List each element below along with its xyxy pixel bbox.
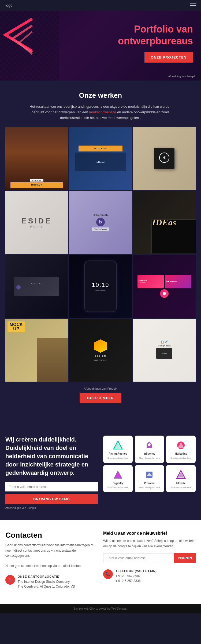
rising-icon [113,440,123,451]
grid-item-mockperson[interactable]: MOCK UP [5,319,68,382]
agency-card-elevate[interactable]: Elevate Short description here [166,465,196,492]
agency-card-influence[interactable]: Influence Short description here [135,436,164,463]
phone-info: TELEFOON (VASTE LIJN) + 912 3 567 8987 +… [116,569,157,583]
elevate-icon [176,469,186,480]
contact-office: 📍 ONZE KANTOORLOCATIE The Interior Desig… [5,575,75,589]
agency-card-marketing[interactable]: Marketing Short description here [166,436,196,463]
grid-item-eside[interactable]: ESIDE PARIS [5,191,68,254]
agency-card-promote[interactable]: Promote Short description here [135,465,164,492]
hero-freepik-link[interactable]: Freepik [187,75,196,78]
clarity-freepik: Afbeeldingen van Freepik [5,506,98,509]
works-description: Het resultaat van ons bedrijfsbrandingpr… [25,104,176,121]
agency-desc-digitally: Short description here [107,486,128,489]
newsletter-submit-button[interactable]: INDIENEN [174,553,196,563]
newsletter-title: Meld u aan voor de nieuwsbrief [103,531,196,536]
contact-details: 📍 ONZE KANTOORLOCATIE The Interior Desig… [5,575,98,593]
hero-graphic [0,11,59,81]
contact-section: Contacten Gebruik ons contactformulier v… [0,520,201,604]
logo: logo [5,3,12,8]
phone-icon: 📞 [103,569,113,579]
promote-icon [144,469,155,480]
agency-name-digitally: Digitally [113,482,123,485]
agency-name-promote: Promote [144,482,155,485]
newsletter-email-input[interactable] [103,553,174,563]
clarity-email-input[interactable] [5,482,98,491]
grid-item-ideas[interactable]: IDEas [133,191,196,254]
works-section: Onze werken Het resultaat van ons bedrij… [0,81,201,425]
agency-desc-promote: Short description here [139,486,160,489]
grid-item-sign[interactable]: ℭ [133,127,196,190]
digitally-icon [113,469,123,480]
clarity-title: Wij creëren duidelijkheid. Duidelijkheid… [5,436,98,477]
works-freepik-link[interactable]: Freepik [107,387,117,390]
agency-card-digitally[interactable]: Digitally Short description here [103,465,133,492]
contact-description: Gebruik ons contactformulier voor alle i… [5,543,98,569]
footer-text: Sample text. Click to select the Text El… [74,607,127,610]
hero-cta-button[interactable]: ONZE PROJECTEN [144,52,193,63]
contact-title: Contacten [5,531,98,540]
clarity-left: Wij creëren duidelijkheid. Duidelijkheid… [5,436,98,509]
menu-button[interactable] [190,3,196,7]
grid-item-food2[interactable]: MOCKUP billboard [69,127,132,190]
agency-desc-rising: Short description here [107,457,128,460]
hero-title: Portfolio van ontwerpbureaus [118,23,193,46]
header: logo [0,0,201,11]
bekijk-meer-button[interactable]: BEKIJK MEER [80,393,121,403]
contact-right: Meld u aan voor de nieuwsbrief Wilt u al… [103,531,196,593]
contact-left: Contacten Gebruik ons contactformulier v… [5,531,98,593]
works-title: Onze werken [5,91,196,100]
agency-desc-elevate: Short description here [170,486,191,489]
clarity-demo-button[interactable]: ONTVANG UW DEMO [5,494,98,504]
hero-section: Portfolio van ontwerpbureaus ONZE PROJEC… [0,11,201,81]
grid-item-hexdesign[interactable]: DESIGN MAKE SENSE [69,319,132,382]
grid-item-bookcover[interactable]: John Smith b Book Cover [69,191,132,254]
hero-content: Portfolio van ontwerpbureaus ONZE PROJEC… [118,23,193,62]
agency-grid: Rising Agency Short description here Inf… [103,436,196,492]
agency-desc-influence: Short description here [139,457,160,460]
grid-item-desk[interactable]: 📋 🖊️ Design desk laptop [133,319,196,382]
clarity-right: Rising Agency Short description here Inf… [103,436,196,492]
grid-item-colorcards[interactable]: JOHN DOEDesigner CRE COLORS [133,255,196,318]
clarity-section: Wij creëren duidelijkheid. Duidelijkheid… [0,425,201,520]
footer: Sample text. Click to select the Text El… [0,604,201,613]
contact-phone-block: 📞 TELEFOON (VASTE LIJN) + 912 3 567 8987… [103,569,196,583]
agency-name-marketing: Marketing [175,452,187,455]
agency-desc-marketing: Short description here [170,457,191,460]
newsletter-description: Wilt u als eerste ons nieuws lezen? Schr… [103,538,196,549]
grid-item-food1[interactable]: MOCKUP MOCKUP [5,127,68,190]
works-freepik-credit: Afbeeldingen van Freepik [5,387,196,390]
agency-name-influence: Influence [144,452,155,455]
agency-name-rising: Rising Agency [109,452,127,455]
svg-rect-1 [0,11,59,81]
newsletter-form: INDIENEN [103,553,196,563]
svg-text:ℭ: ℭ [163,156,166,160]
agency-card-rising[interactable]: Rising Agency Short description here [103,436,133,463]
marketing-icon [176,440,186,451]
location-icon: 📍 [5,575,15,585]
clarity-freepik-link[interactable]: Freepik [27,506,36,509]
grid-item-phone[interactable]: 10:10 notification [69,255,132,318]
grid-item-businesscard[interactable]: Business Card [5,255,68,318]
influence-icon [144,440,155,451]
office-info: ONZE KANTOORLOCATIE The Interior Design … [18,575,75,589]
marketing-link[interactable]: marketingwebsite [89,110,116,114]
hero-credit: Afbeelding van Freepik [168,75,196,78]
contact-phone: 📞 TELEFOON (VASTE LIJN) + 912 3 567 8987… [103,569,157,583]
agency-name-elevate: Elevate [176,482,186,485]
svg-point-8 [148,443,151,446]
works-grid: MOCKUP MOCKUP MOCKUP billboard ℭ [5,127,196,382]
